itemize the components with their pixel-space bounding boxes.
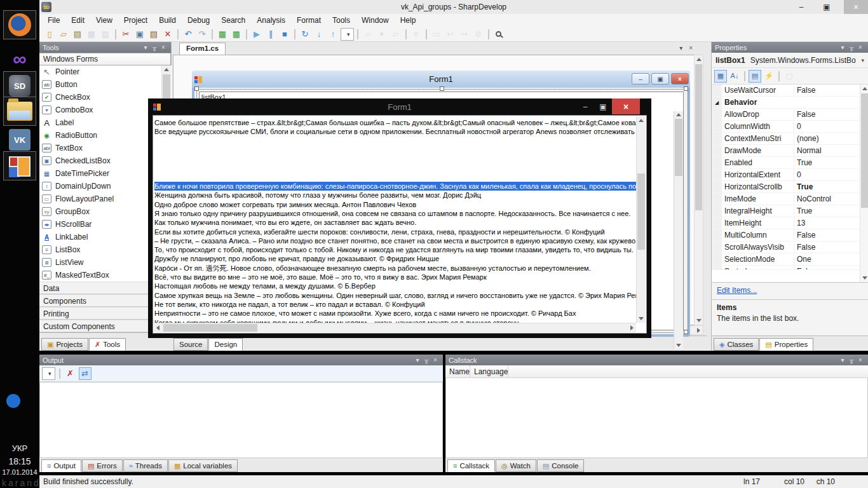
pin-icon[interactable]: ╥ <box>422 356 431 363</box>
close-icon[interactable]: × <box>671 73 689 85</box>
list-item[interactable]: Самое хрупкая вещь на Земле – это любовь… <box>154 291 636 300</box>
HorizontalScrollb[interactable]: HorizontalScrollbTrue <box>712 181 868 193</box>
open-icon[interactable]: ▱ <box>57 28 70 41</box>
tool-button[interactable]: abButton <box>39 78 172 91</box>
list-item[interactable]: Самое большое препятствие – страх.&lt;br… <box>154 118 636 127</box>
prev-bookmark-icon[interactable]: ↩ <box>444 28 457 41</box>
debug-layout-dropdown[interactable] <box>341 28 354 41</box>
chevron-down-icon[interactable]: ▾ <box>861 57 864 64</box>
vk-icon[interactable]: VK <box>3 125 36 154</box>
list-item[interactable]: Когда мы окружаем себя хорошими людьми и… <box>154 318 636 323</box>
list-item[interactable] <box>154 163 636 172</box>
cut-icon[interactable]: ✂ <box>119 28 132 41</box>
callstack-content[interactable] <box>445 378 868 458</box>
list-item[interactable]: Одно доброе слово может согревать три зи… <box>154 200 636 209</box>
nav-forward-icon[interactable]: ▱ <box>390 28 402 41</box>
resize-handle[interactable] <box>684 86 688 91</box>
property-pages-icon[interactable]: ▢ <box>783 70 796 83</box>
toolbar-button[interactable] <box>426 29 427 39</box>
list-item[interactable]: Женщина должна быть красивой, потому что… <box>154 191 636 200</box>
format-code-icon[interactable]: ≡ <box>410 28 423 41</box>
restore-icon[interactable]: ▣ <box>651 73 669 85</box>
tab-classes[interactable]: ◈Classes <box>714 338 759 351</box>
Enabled[interactable]: EnabledTrue <box>712 157 868 169</box>
volume-icon[interactable] <box>23 413 37 427</box>
list-item[interactable]: Неприятности – это не самое плохое, что … <box>154 309 636 318</box>
tab-console[interactable]: ▤Console <box>537 459 585 472</box>
close-icon[interactable]: × <box>856 356 865 363</box>
toolbar-button[interactable] <box>212 29 213 39</box>
close-icon[interactable]: × <box>431 356 440 363</box>
step-out-icon[interactable]: ↑ <box>327 28 339 41</box>
document-tab[interactable]: Form1.cs <box>179 43 226 55</box>
resize-handle[interactable] <box>194 86 199 91</box>
battery-icon[interactable] <box>5 413 19 427</box>
menu-item[interactable]: Analysis <box>251 15 291 26</box>
menu-item[interactable]: Search <box>215 15 251 26</box>
next-bookmark-icon[interactable]: ↪ <box>458 28 471 41</box>
designer-listbox-scrollbar[interactable] <box>674 111 683 349</box>
list-item[interactable]: Каро́си - От яп. 過労死. Новое слово, обозн… <box>154 264 636 273</box>
pause-icon[interactable]: ∥ <box>264 28 277 41</box>
toggle-bookmark-icon[interactable]: ▭ <box>430 28 443 41</box>
tab-watch[interactable]: ◎Watch <box>496 459 536 472</box>
menu-item[interactable]: Tools <box>327 15 356 26</box>
search-icon[interactable] <box>492 28 505 41</box>
firefox-icon[interactable] <box>3 10 36 39</box>
UseWaitCursor[interactable]: UseWaitCursorFalse <box>712 85 868 97</box>
tab-overflow-icon[interactable]: ▾ <box>679 44 682 51</box>
toolbar-button[interactable] <box>246 29 247 39</box>
pin-icon[interactable]: ╥ <box>847 356 856 363</box>
close-icon[interactable]: × <box>856 44 865 51</box>
winforms-designer-icon[interactable] <box>3 151 36 180</box>
listbox-horizontal-scrollbar[interactable] <box>154 323 636 332</box>
list-item[interactable] <box>154 154 636 163</box>
tab-design[interactable]: Design <box>208 338 243 351</box>
tab-callstack[interactable]: ≡Callstack <box>447 459 495 472</box>
minimize-icon[interactable]: – <box>632 73 649 85</box>
column-header[interactable]: Name <box>445 365 470 378</box>
IntegralHeight[interactable]: IntegralHeightTrue <box>712 205 868 217</box>
toolbar-button[interactable] <box>294 29 295 39</box>
nav-back-icon[interactable]: ▱ <box>362 28 374 41</box>
toolbar-button[interactable] <box>177 29 179 39</box>
categorized-icon[interactable]: ▦ <box>714 70 727 83</box>
list-item[interactable] <box>154 173 636 182</box>
list-item[interactable] <box>154 146 636 154</box>
toolbar-button[interactable] <box>488 29 489 39</box>
tool-pointer[interactable]: ↖Pointer <box>39 65 172 78</box>
step-into-icon[interactable]: ↓ <box>313 28 325 41</box>
nav-dropdown-icon[interactable]: ▾ <box>376 28 388 41</box>
list-item[interactable]: Ближе к ночи повторила проверенную комби… <box>154 182 636 191</box>
tab-projects[interactable]: ▣Projects <box>41 338 88 351</box>
save-all-icon[interactable]: ▥ <box>99 28 112 41</box>
alphabetical-icon[interactable]: A↓ <box>728 70 741 83</box>
build-all-icon[interactable]: ▦ <box>230 28 243 41</box>
new-file-icon[interactable]: ▯ <box>43 28 56 41</box>
chevron-down-icon[interactable]: ▾ <box>413 356 422 363</box>
resize-handle[interactable] <box>684 330 688 334</box>
list-item[interactable]: Все ведущие русскоязычные СМИ, блоги и с… <box>154 127 636 136</box>
menu-item[interactable]: Edit <box>65 15 90 26</box>
toolbox-category[interactable]: Windows Forms <box>39 53 171 65</box>
clear-bookmarks-icon[interactable]: ⊘ <box>472 28 485 41</box>
list-item[interactable] <box>154 137 636 146</box>
ContextMenuStri[interactable]: ContextMenuStri(none) <box>712 133 868 145</box>
display-icon[interactable] <box>5 375 19 389</box>
toolbar-button[interactable] <box>405 29 407 39</box>
menu-item[interactable]: Help <box>395 15 422 26</box>
run-form-title-bar[interactable]: Form1 – ▣ × <box>148 98 651 115</box>
language-indicator[interactable]: УКР <box>0 444 39 453</box>
visual-studio-icon[interactable]: ∞ <box>3 44 36 74</box>
save-icon[interactable]: ▦ <box>85 28 98 41</box>
build-icon[interactable]: ▦ <box>216 28 229 41</box>
HorizontalExtent[interactable]: HorizontalExtent0 <box>712 169 868 181</box>
list-item[interactable]: Как только мужчина понимает, что вы его … <box>154 218 636 227</box>
list-item[interactable]: Не тот велик, кто никогда не падал, а то… <box>154 300 636 309</box>
tab-tools[interactable]: ✗Tools <box>89 338 126 351</box>
editor-vertical-scrollbar[interactable] <box>694 55 703 325</box>
bluetooth-icon[interactable] <box>6 394 20 408</box>
list-item[interactable]: То, что происходит с тобой, происходит т… <box>154 245 636 254</box>
menu-item[interactable]: View <box>90 15 118 26</box>
properties-toolbar-button[interactable] <box>778 71 780 81</box>
